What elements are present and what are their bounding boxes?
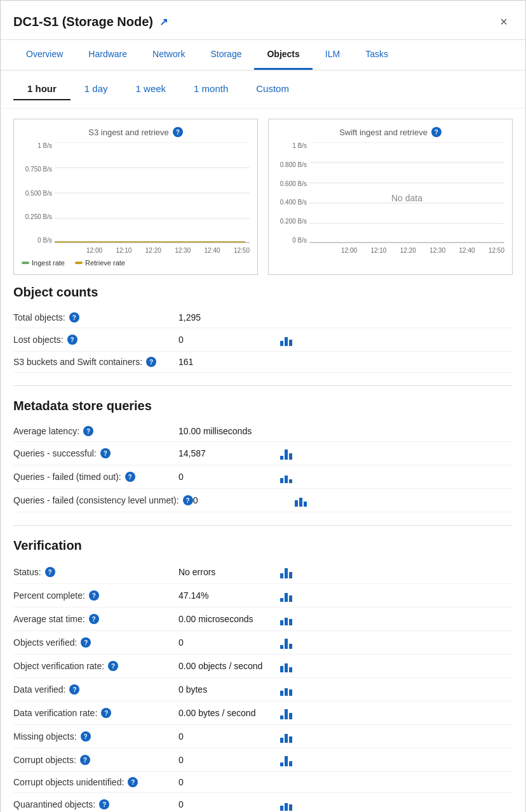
tab-storage[interactable]: Storage (198, 40, 254, 70)
obj-verification-rate-value: 0.00 objects / second (179, 661, 280, 671)
time-tab-1month[interactable]: 1 month (180, 78, 242, 100)
queries-failed-consistency-value: 0 (193, 495, 295, 505)
data-verified-label: Data verified: ? (13, 684, 179, 695)
objects-verified-chart-icon[interactable] (280, 636, 292, 649)
obj-verification-rate-chart-icon[interactable] (280, 660, 292, 672)
data-verified-chart-icon[interactable] (280, 683, 292, 696)
objects-verified-label: Objects verified: ? (13, 637, 179, 648)
queries-successful-chart-icon[interactable] (280, 447, 292, 460)
divider-2 (13, 525, 513, 526)
object-counts-title: Object counts (13, 285, 513, 300)
s3-chart-box: S3 ingest and retrieve ? 1 B/s 0.750 B/s… (13, 119, 258, 275)
objects-verified-row: Objects verified: ? 0 (13, 631, 513, 655)
metadata-queries-title: Metadata store queries (13, 399, 513, 413)
time-tab-1week[interactable]: 1 week (122, 78, 180, 100)
status-chart-icon[interactable] (280, 566, 292, 578)
data-verification-rate-help-icon[interactable]: ? (101, 708, 111, 718)
s3-ingest-color (22, 262, 29, 264)
s3-chart-inner: 12:00 12:10 12:20 12:30 12:40 12:50 (55, 142, 250, 254)
corrupt-objects-chart-icon[interactable] (280, 754, 292, 766)
percent-complete-chart-icon[interactable] (280, 589, 292, 602)
queries-successful-label: Queries - successful: ? (13, 448, 179, 458)
status-help-icon[interactable]: ? (45, 567, 55, 577)
verification-title: Verification (13, 538, 513, 553)
total-objects-help-icon[interactable]: ? (69, 312, 79, 323)
missing-objects-chart-icon[interactable] (280, 730, 292, 743)
modal-title: DC1-S1 (Storage Node) ↗ (13, 15, 168, 29)
lost-objects-help-icon[interactable]: ? (67, 335, 78, 345)
data-verification-rate-label: Data verification rate: ? (13, 708, 179, 718)
lost-objects-label: Lost objects: ? (13, 335, 179, 345)
tab-hardware[interactable]: Hardware (76, 40, 140, 70)
swift-chart-box: Swift ingest and retrieve ? 1 B/s 0.800 … (268, 119, 513, 275)
corrupt-unidentified-help-icon[interactable]: ? (128, 777, 138, 787)
time-tab-1day[interactable]: 1 day (71, 78, 122, 100)
tab-ilm[interactable]: ILM (313, 40, 353, 70)
swift-chart-help-icon[interactable]: ? (431, 127, 442, 137)
s3-buckets-row: S3 buckets and Swift containers: ? 161 (13, 352, 513, 373)
quarantined-objects-label: Quarantined objects: ? (13, 799, 179, 809)
avg-stat-time-help-icon[interactable]: ? (89, 614, 99, 624)
s3-y-axis: 1 B/s 0.750 B/s 0.500 B/s 0.250 B/s 0 B/… (22, 142, 55, 244)
status-row: Status: ? No errors (13, 561, 513, 584)
external-link-icon[interactable]: ↗ (159, 16, 168, 28)
close-button[interactable]: × (495, 12, 513, 32)
missing-objects-label: Missing objects: ? (13, 731, 179, 742)
queries-failed-consistency-row: Queries - failed (consistency level unme… (13, 489, 513, 512)
objects-verified-help-icon[interactable]: ? (81, 637, 91, 648)
nav-tabs: Overview Hardware Network Storage Object… (1, 40, 525, 70)
quarantined-objects-row: Quarantined objects: ? 0 (13, 793, 513, 812)
status-label: Status: ? (13, 567, 179, 577)
s3-retrieve-legend: Retrieve rate (75, 259, 125, 267)
avg-stat-time-chart-icon[interactable] (280, 613, 292, 625)
quarantined-objects-chart-icon[interactable] (280, 798, 292, 811)
s3-chart-help-icon[interactable]: ? (173, 127, 183, 137)
time-tab-custom[interactable]: Custom (242, 78, 303, 100)
modal-header: DC1-S1 (Storage Node) ↗ × (1, 1, 525, 40)
avg-latency-value: 10.00 milliseconds (179, 426, 280, 436)
missing-objects-help-icon[interactable]: ? (81, 731, 91, 742)
lost-objects-chart-icon[interactable] (280, 333, 292, 346)
corrupt-unidentified-label: Corrupt objects unidentified: ? (13, 777, 179, 787)
s3-chart-wrapper: 1 B/s 0.750 B/s 0.500 B/s 0.250 B/s 0 B/… (22, 142, 250, 254)
corrupt-objects-value: 0 (179, 755, 280, 765)
tab-tasks[interactable]: Tasks (353, 40, 401, 70)
avg-latency-help-icon[interactable]: ? (83, 426, 93, 436)
queries-failed-timeout-help-icon[interactable]: ? (125, 472, 135, 482)
charts-row: S3 ingest and retrieve ? 1 B/s 0.750 B/s… (13, 119, 513, 275)
status-value: No errors (179, 567, 280, 577)
s3-x-labels: 12:00 12:10 12:20 12:30 12:40 12:50 (55, 247, 250, 254)
data-verification-rate-chart-icon[interactable] (280, 707, 292, 719)
data-verified-help-icon[interactable]: ? (69, 684, 79, 695)
s3-chart-title: S3 ingest and retrieve ? (22, 127, 250, 137)
tab-network[interactable]: Network (140, 40, 198, 70)
total-objects-row: Total objects: ? 1,295 (13, 307, 513, 328)
percent-complete-row: Percent complete: ? 47.14% (13, 584, 513, 608)
time-tab-1hour[interactable]: 1 hour (13, 78, 71, 100)
swift-chart-title: Swift ingest and retrieve ? (276, 127, 504, 137)
avg-stat-time-label: Average stat time: ? (13, 614, 179, 624)
obj-verification-rate-help-icon[interactable]: ? (108, 661, 118, 671)
swift-chart-inner: No data 12:00 12:10 12:20 12:30 12:40 12… (309, 142, 504, 254)
s3-buckets-help-icon[interactable]: ? (146, 357, 156, 367)
quarantined-objects-help-icon[interactable]: ? (99, 799, 109, 809)
divider-1 (13, 385, 513, 386)
corrupt-unidentified-row: Corrupt objects unidentified: ? 0 (13, 772, 513, 793)
percent-complete-help-icon[interactable]: ? (89, 590, 99, 601)
corrupt-unidentified-value: 0 (179, 777, 280, 787)
missing-objects-value: 0 (179, 731, 280, 742)
queries-failed-consistency-help-icon[interactable]: ? (183, 495, 193, 505)
data-verification-rate-value: 0.00 bytes / second (179, 708, 280, 718)
avg-stat-time-row: Average stat time: ? 0.00 microseconds (13, 608, 513, 631)
queries-failed-timeout-chart-icon[interactable] (280, 470, 292, 483)
swift-chart-wrapper: 1 B/s 0.800 B/s 0.600 B/s 0.400 B/s 0.20… (276, 142, 504, 254)
s3-buckets-value: 161 (179, 357, 280, 367)
tab-overview[interactable]: Overview (13, 40, 76, 70)
corrupt-objects-help-icon[interactable]: ? (80, 755, 90, 765)
queries-successful-help-icon[interactable]: ? (100, 448, 111, 458)
verification-section: Verification Status: ? No errors Percent… (13, 538, 513, 812)
tab-objects[interactable]: Objects (254, 40, 312, 70)
queries-successful-value: 14,587 (179, 448, 280, 458)
queries-failed-timeout-value: 0 (179, 472, 280, 482)
queries-failed-consistency-chart-icon[interactable] (295, 494, 307, 507)
